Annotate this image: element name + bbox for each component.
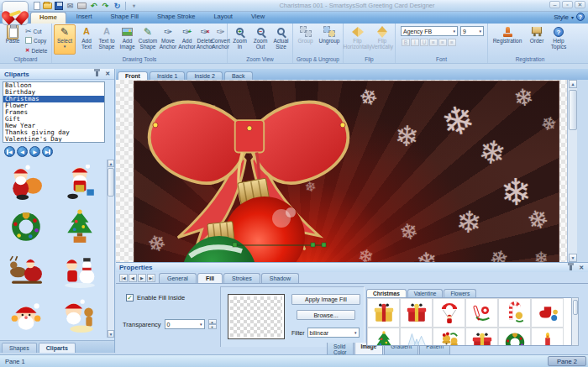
library-item-santa-parachute[interactable]	[433, 298, 465, 328]
library-scrollbar-thumb[interactable]	[573, 300, 578, 315]
ribbon-tab-insert[interactable]: Insert	[68, 12, 101, 24]
new-document-icon[interactable]	[34, 2, 40, 10]
format-button-1[interactable]: I	[411, 39, 419, 46]
apply-image-fill-button[interactable]: Apply Image Fill	[291, 294, 360, 305]
maximize-button[interactable]: ▫	[562, 1, 573, 8]
spin-down-icon[interactable]: ▼	[208, 324, 217, 329]
clipart-santa-sleigh-reindeer[interactable]	[2, 250, 50, 292]
left-tab-cliparts[interactable]: Cliparts	[39, 343, 76, 353]
filter-select[interactable]: bilinear ▾	[307, 328, 360, 338]
page-tab-back[interactable]: Back	[224, 71, 253, 80]
move-anchor-button[interactable]: ✑ Move Anchor	[159, 25, 177, 50]
category-item-valentine-s-day[interactable]: Valentine's Day	[3, 136, 104, 143]
library-item-stocking-with-toys[interactable]	[531, 298, 564, 328]
minimize-button[interactable]: –	[549, 1, 560, 8]
first-page-button[interactable]: ◀	[4, 146, 15, 157]
library-item-wreath-small[interactable]	[498, 328, 531, 346]
previous-page-button[interactable]: ◀	[17, 146, 28, 157]
status-pane-2-button[interactable]: Pane 2	[548, 356, 586, 366]
group-button[interactable]: Group	[295, 25, 316, 45]
app-menu-button[interactable]	[2, 1, 29, 25]
close-button[interactable]: ✕	[575, 1, 585, 8]
canvas-scroll-down-icon[interactable]: ▼	[569, 254, 577, 262]
actual-size-button[interactable]: Actual Size	[271, 25, 291, 50]
delete-button[interactable]: ✕ Delete	[25, 47, 47, 54]
undo-icon[interactable]: ↶	[89, 2, 98, 10]
properties-tab-strokes[interactable]: Strokes	[223, 273, 260, 283]
properties-tab-shadow[interactable]: Shadow	[261, 273, 299, 283]
add-image-button[interactable]: Add Image	[118, 25, 137, 50]
library-item-gold-gift-box[interactable]	[367, 298, 400, 328]
print-icon[interactable]	[77, 3, 87, 9]
format-button-5[interactable]: ≡	[448, 39, 456, 46]
transparency-spinner[interactable]: ▲ ▼	[208, 319, 217, 329]
toolbar-options-caret[interactable]: ▾	[129, 2, 139, 10]
page-tab-inside-2[interactable]: Inside 2	[186, 71, 223, 80]
help-topics-button[interactable]: ? Help Topics	[549, 25, 569, 50]
page-tab-front[interactable]: Front	[118, 71, 148, 80]
close-panel-icon[interactable]: ✕	[105, 71, 110, 77]
library-tab-christmas[interactable]: Christmas	[366, 289, 407, 297]
clipart-santa-with-sack[interactable]	[2, 161, 50, 203]
tab-last-icon[interactable]: ▶|	[147, 274, 155, 282]
copy-button[interactable]: Copy	[25, 37, 46, 44]
convert-anchor-button[interactable]: ✑ Convert Anchor	[213, 25, 228, 50]
custom-shape-button[interactable]: ✎ Custom Shape	[138, 25, 158, 50]
pin-icon[interactable]	[96, 71, 98, 76]
page-tab-inside-1[interactable]: Inside 1	[150, 71, 186, 80]
format-button-0[interactable]: B	[402, 39, 410, 46]
select-tool-button[interactable]: ✎ Select ▾	[54, 24, 76, 55]
paste-button[interactable]: Paste	[2, 25, 24, 45]
format-button-4[interactable]: ≡	[438, 39, 447, 46]
text-to-shape-button[interactable]: A Text to Shape	[97, 25, 117, 50]
zoom-in-button[interactable]: + Zoom In	[230, 25, 249, 50]
help-icon[interactable]: ?	[576, 13, 585, 21]
open-icon[interactable]	[43, 3, 52, 9]
library-item-candy-cane[interactable]	[498, 298, 531, 328]
last-page-button[interactable]: ▶	[42, 146, 53, 157]
clipart-santa-with-gingerbread[interactable]	[55, 295, 104, 337]
clipart-christmas-wreath[interactable]	[2, 206, 50, 248]
format-button-3[interactable]: ≡	[429, 39, 438, 46]
clipart-santa-with-gift[interactable]	[55, 161, 104, 203]
scroll-up-icon[interactable]: ▲	[108, 160, 114, 167]
add-text-button[interactable]: A Add Text	[77, 25, 96, 50]
format-button-2[interactable]: U	[420, 39, 428, 46]
scroll-down-icon[interactable]: ▼	[108, 330, 114, 338]
library-tab-flowers[interactable]: Flowers	[444, 289, 476, 297]
library-item-christmas-candy[interactable]	[465, 298, 498, 328]
library-item-golden-bells[interactable]	[433, 328, 465, 346]
ornament-objects[interactable]	[134, 81, 559, 262]
ribbon-tab-view[interactable]: View	[243, 12, 273, 24]
font-family-select[interactable]: Agency FB▾	[401, 26, 458, 36]
style-button[interactable]: Style	[554, 13, 569, 21]
save-icon[interactable]	[55, 2, 63, 10]
flip-horizontally-button[interactable]: Flip Horizontally	[345, 25, 370, 50]
ungroup-button[interactable]: Ungroup	[317, 25, 342, 45]
add-anchor-button[interactable]: ✑+ Add Anchor	[178, 25, 196, 50]
ribbon-tab-home[interactable]: Home	[30, 12, 66, 24]
email-icon[interactable]: ✉	[66, 2, 75, 10]
left-tab-shapes[interactable]: Shapes	[2, 343, 37, 353]
library-item-pale-trees[interactable]	[400, 328, 433, 346]
library-item-candle[interactable]	[531, 328, 564, 346]
library-item-red-gift-box[interactable]	[400, 298, 433, 328]
scrollbar-thumb[interactable]	[108, 168, 114, 197]
order-button[interactable]: Order	[527, 25, 547, 45]
canvas-vertical-scrollbar[interactable]: ▲ ▼	[567, 80, 577, 262]
library-item-gift-stack[interactable]	[465, 328, 498, 346]
next-page-button[interactable]: ▶	[29, 146, 40, 157]
tab-next-icon[interactable]: ▶	[138, 274, 146, 282]
canvas-scrollbar-thumb[interactable]	[569, 90, 577, 130]
canvas-viewport[interactable]: ❄❄❄❄❄❄❄❄❄❄❄❄❄❄❄❄❄	[116, 80, 577, 262]
clipart-gallery-scrollbar[interactable]: ▲ ▼	[107, 160, 114, 338]
clipart-santa-and-snowman[interactable]	[55, 250, 104, 292]
cut-button[interactable]: ✂ Cut	[25, 27, 42, 35]
properties-close-icon[interactable]: ✕	[579, 265, 584, 271]
tab-prev-icon[interactable]: ◀	[129, 274, 137, 282]
refresh-icon[interactable]: ↻	[113, 2, 122, 10]
registration-button[interactable]: Registration	[490, 25, 525, 45]
library-item-green-tree[interactable]	[367, 328, 400, 346]
ribbon-tab-shape-stroke[interactable]: Shape Stroke	[149, 12, 203, 24]
canvas-scroll-up-icon[interactable]: ▲	[569, 80, 577, 88]
